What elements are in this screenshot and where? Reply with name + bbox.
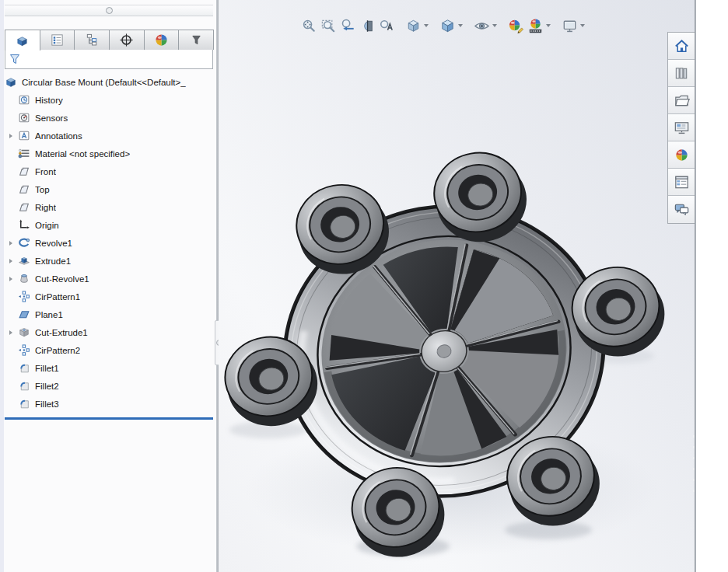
tab-configurationmanager[interactable]: [74, 30, 110, 50]
apply-scene-button[interactable]: [526, 16, 545, 36]
reference-plane-icon: [17, 183, 31, 196]
tab-filter-icon: [189, 33, 204, 47]
view-orientation-button[interactable]: [404, 16, 423, 36]
tree-item-fillet3[interactable]: Fillet3: [0, 395, 215, 413]
apply-scene-icon: [527, 17, 544, 35]
manager-tabs: [5, 30, 213, 51]
hide-show-items-button[interactable]: [472, 16, 492, 36]
tree-item-annotations[interactable]: Annotations: [0, 127, 215, 145]
splitter-grip-icon: [106, 7, 113, 14]
tree-item-label: Material <not specified>: [35, 149, 130, 159]
expand-arrow-icon[interactable]: [4, 127, 17, 145]
display-style-button[interactable]: [438, 16, 457, 36]
tree-item-material[interactable]: Material <not specified>: [0, 145, 215, 162]
tab-featuremanager-design-tree[interactable]: [5, 30, 40, 51]
task-pane-tabs: [667, 32, 695, 224]
fillet-feature-icon: [17, 397, 31, 410]
history-folder-icon: [17, 93, 31, 106]
dropdown-arrow-icon[interactable]: [424, 24, 429, 27]
tree-item-label: Sensors: [35, 113, 68, 123]
dropdown-arrow-icon[interactable]: [492, 24, 497, 27]
tree-item-right-plane[interactable]: Right: [0, 198, 215, 216]
file-explorer-button[interactable]: [668, 87, 695, 114]
tree-item-plane1[interactable]: Plane1: [0, 305, 215, 323]
expand-arrow-icon[interactable]: [4, 323, 17, 341]
configurationmanager-icon: [85, 33, 100, 47]
section-view-button[interactable]: [358, 16, 377, 36]
propertymanager-icon: [50, 33, 65, 47]
reference-plane-icon: [17, 201, 31, 214]
graphics-viewport[interactable]: [219, 0, 695, 572]
solidworks-resources-button[interactable]: [668, 33, 695, 60]
zoom-to-area-button[interactable]: [319, 16, 338, 36]
tree-root-label: Circular Base Mount (Default<<Default>_: [22, 78, 186, 87]
expand-arrow-icon[interactable]: [4, 234, 17, 252]
tree-item-history[interactable]: History: [0, 91, 215, 109]
file-explorer-icon: [673, 92, 691, 110]
dimxpertmanager-icon: [119, 33, 134, 47]
displaymanager-icon: [154, 33, 169, 47]
edit-appearance-button[interactable]: [506, 16, 526, 36]
circular-pattern-icon: [17, 344, 31, 357]
appearances-scenes-icon: [673, 146, 691, 164]
tree-item-label: Plane1: [35, 310, 63, 319]
design-library-icon: [673, 65, 691, 82]
circular-pattern-icon: [17, 290, 31, 303]
display-style-icon: [439, 17, 457, 35]
tab-propertymanager[interactable]: [40, 30, 75, 50]
tree-root-item[interactable]: Circular Base Mount (Default<<Default>_: [0, 73, 215, 91]
tree-item-cut-extrude1[interactable]: Cut-Extrude1: [0, 323, 215, 341]
rollback-bar[interactable]: [5, 417, 213, 420]
extrude-feature-icon: [17, 254, 31, 267]
zoom-to-fit-button[interactable]: [299, 16, 319, 36]
previous-view-icon: [339, 17, 357, 35]
tab-displaymanager[interactable]: [144, 30, 180, 50]
tree-item-label: Origin: [35, 221, 59, 230]
tree-item-front-plane[interactable]: Front: [0, 162, 215, 180]
tree-item-cut-revolve1[interactable]: Cut-Revolve1: [0, 270, 215, 288]
tree-item-label: Fillet3: [35, 399, 59, 409]
tab-filter[interactable]: [178, 30, 214, 50]
tree-item-label: Extrude1: [35, 256, 71, 266]
tree-item-cirpattern1[interactable]: CirPattern1: [0, 288, 215, 305]
expand-arrow-icon[interactable]: [4, 270, 17, 288]
tree-item-label: CirPattern2: [35, 346, 80, 355]
task-pane-grip-icon: [693, 435, 695, 497]
view-settings-button[interactable]: [560, 16, 579, 36]
heads-up-view-toolbar: [299, 16, 587, 36]
3d-model-circular-base-mount[interactable]: [219, 0, 695, 572]
hide-show-items-icon: [473, 17, 491, 35]
tree-item-label: Right: [35, 203, 56, 212]
material-icon: [17, 147, 31, 160]
solidworks-resources-home-icon: [673, 37, 691, 55]
tree-item-extrude1[interactable]: Extrude1: [0, 252, 215, 270]
expand-arrow-icon[interactable]: [4, 252, 17, 270]
tree-item-fillet2[interactable]: Fillet2: [0, 377, 215, 395]
dropdown-arrow-icon[interactable]: [546, 24, 551, 27]
panel-height-splitter[interactable]: [5, 5, 213, 16]
tree-item-origin[interactable]: Origin: [0, 216, 215, 234]
view-palette-button[interactable]: [668, 114, 695, 141]
appearances-scenes-button[interactable]: [668, 141, 695, 169]
custom-properties-button[interactable]: [668, 169, 695, 196]
origin-icon: [17, 218, 31, 232]
dropdown-arrow-icon[interactable]: [580, 24, 585, 27]
tree-item-cirpattern2[interactable]: CirPattern2: [0, 341, 215, 359]
cut-revolve-feature-icon: [17, 272, 31, 285]
tree-item-top-plane[interactable]: Top: [0, 180, 215, 198]
dropdown-arrow-icon[interactable]: [458, 24, 463, 27]
annotation-view-button[interactable]: [377, 16, 397, 36]
task-pane-collapsed-area: [696, 0, 728, 572]
tree-item-fillet1[interactable]: Fillet1: [0, 359, 215, 377]
tab-dimxpertmanager[interactable]: [109, 30, 145, 50]
plane-feature-icon: [17, 308, 31, 321]
tree-filter-input[interactable]: [21, 54, 212, 65]
tree-item-sensors[interactable]: Sensors: [0, 109, 215, 127]
previous-view-button[interactable]: [338, 16, 358, 36]
tree-filter-bar: [5, 50, 213, 69]
edit-appearance-icon: [507, 17, 525, 35]
solidworks-forum-button[interactable]: [668, 196, 695, 223]
part-icon: [4, 75, 18, 89]
design-library-button[interactable]: [668, 60, 695, 87]
tree-item-revolve1[interactable]: Revolve1: [0, 234, 215, 252]
